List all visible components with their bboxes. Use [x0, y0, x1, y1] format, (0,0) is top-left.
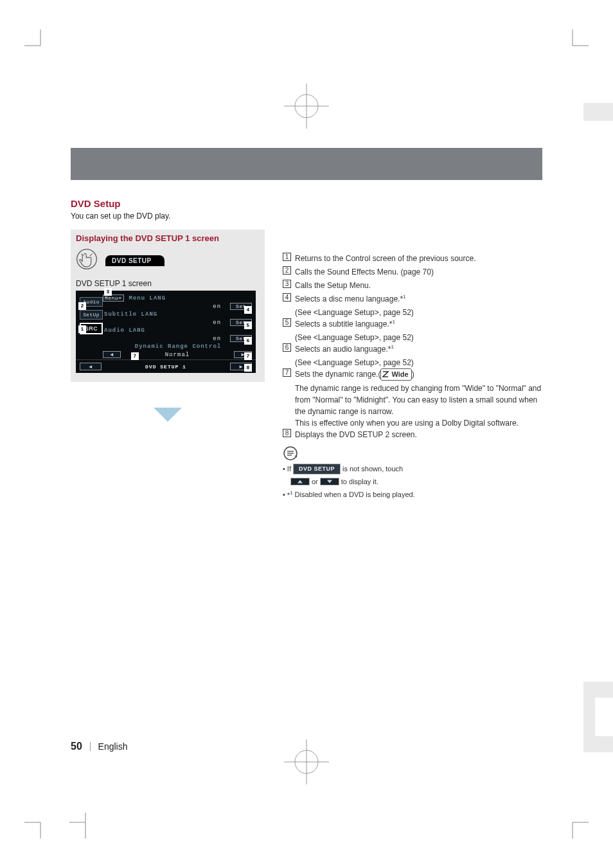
numbox-5: 5	[283, 318, 291, 327]
svg-point-6	[77, 249, 97, 269]
row-audio-lang: Audio LANG	[103, 327, 252, 334]
numbox-3: 3	[283, 280, 291, 288]
row-menu-lang: Menu LANG	[128, 295, 252, 302]
note-1b: or to display it.	[283, 476, 542, 487]
item-2-text: Calls the Sound Effects Menu. (page 70)	[295, 266, 542, 278]
item-3: 3 Calls the Setup Menu.	[283, 280, 542, 291]
print-mark-tl	[24, 30, 50, 55]
numbox-1: 1	[283, 253, 291, 261]
range-value: Normal	[123, 352, 231, 358]
left-panel: Displaying the DVD SETUP 1 screen DVD SE…	[71, 230, 265, 382]
item-7-text: Sets the dynamic range.( Wide)	[295, 368, 542, 381]
crosshair-top	[284, 84, 329, 129]
audio-lang-value: en	[206, 336, 227, 342]
footer-title: DVD SETUP 1	[105, 364, 226, 370]
numbox-8: 8	[283, 429, 291, 437]
item-8: 8 Displays the DVD SETUP 2 screen.	[283, 429, 542, 440]
page-number: 50	[71, 741, 82, 752]
side-setup-btn: SetUp	[80, 310, 103, 320]
item-5-sub: (See <Language Setup>, page 52)	[283, 332, 542, 343]
item-1: 1 Returns to the Control screen of the p…	[283, 253, 542, 264]
item-6-sub: (See <Language Setup>, page 52)	[283, 357, 542, 368]
section-title: DVD Setup	[71, 198, 542, 209]
note-2: • *1 Disabled when a DVD is being played…	[283, 489, 542, 500]
range-left-arrow: ◄	[103, 351, 121, 358]
print-mark-br	[563, 813, 589, 838]
item-4: 4 Selects a disc menu language.*1	[283, 293, 542, 305]
item-5: 5 Selects a subtitle language.*1	[283, 318, 542, 330]
callout-5: 5	[244, 321, 252, 329]
item-6: 6 Selects an audio language.*1	[283, 343, 542, 355]
edge-band-bot-inner	[595, 698, 613, 736]
default-icon	[382, 370, 389, 376]
note-1: • If DVD SETUP is not shown, touch	[283, 464, 542, 475]
menu-lang-value: en	[206, 303, 227, 310]
panel-title: Displaying the DVD SETUP 1 screen	[76, 233, 260, 243]
touch-hand-icon	[76, 248, 98, 273]
note-icon	[283, 446, 298, 461]
header-banner	[71, 148, 542, 180]
row-dynamic-range: Dynamic Range Control	[103, 343, 252, 350]
item-8-text: Displays the DVD SETUP 2 screen.	[295, 429, 542, 440]
note-up-arrow-icon	[290, 478, 310, 485]
numbox-4: 4	[283, 293, 291, 302]
page-footer: 50 English	[71, 741, 128, 752]
item-6-text: Selects an audio language.*1	[295, 343, 542, 355]
callout-7l: 7	[131, 352, 139, 360]
screen-caption: DVD SETUP 1 screen	[76, 279, 260, 288]
item-5-text: Selects a subtitle language.*1	[295, 318, 542, 330]
dvd-setup-screenshot: 3 Audio SetUp SRC Menu« Me	[76, 291, 256, 373]
callout-8: 8	[244, 364, 252, 372]
item-1-text: Returns to the Control screen of the pre…	[295, 253, 542, 264]
item-4-text: Selects a disc menu language.*1	[295, 293, 542, 305]
item-7: 7 Sets the dynamic range.( Wide)	[283, 368, 542, 381]
section-subtitle: You can set up the DVD play.	[71, 212, 542, 221]
item-7-desc2: This is effective only when you are usin…	[283, 417, 542, 429]
continue-arrow-icon	[71, 408, 265, 422]
callout-2: 2	[78, 302, 86, 310]
callout-3: 3	[104, 288, 112, 296]
page-lang: English	[98, 741, 128, 752]
print-mark-bl	[24, 813, 50, 838]
row-subtitle-lang: Subtitle LANG	[103, 311, 252, 318]
numbox-7: 7	[283, 368, 291, 377]
print-mark-bl-extra	[69, 813, 95, 838]
subtitle-lang-value: en	[206, 320, 227, 326]
default-wide-badge: Wide	[380, 368, 411, 381]
item-3-text: Calls the Setup Menu.	[295, 280, 542, 291]
numbox-2: 2	[283, 266, 291, 275]
callout-7r: 7	[244, 352, 252, 360]
item-7-desc1: The dynamic range is reduced by changing…	[283, 383, 542, 417]
item-2: 2 Calls the Sound Effects Menu. (page 70…	[283, 266, 542, 278]
note-down-arrow-icon	[320, 478, 339, 485]
callout-4: 4	[244, 306, 252, 314]
numbox-6: 6	[283, 343, 291, 352]
callout-6: 6	[244, 337, 252, 345]
edge-band-top	[583, 103, 613, 121]
callout-1: 1	[78, 325, 86, 333]
note-dvd-setup-chip: DVD SETUP	[293, 464, 341, 475]
item-4-sub: (See <Language Setup>, page 52)	[283, 307, 542, 318]
print-mark-tr	[563, 30, 589, 55]
footer-left-arrow: ◄	[80, 363, 102, 370]
dvd-setup-tab: DVD SETUP	[105, 255, 164, 266]
